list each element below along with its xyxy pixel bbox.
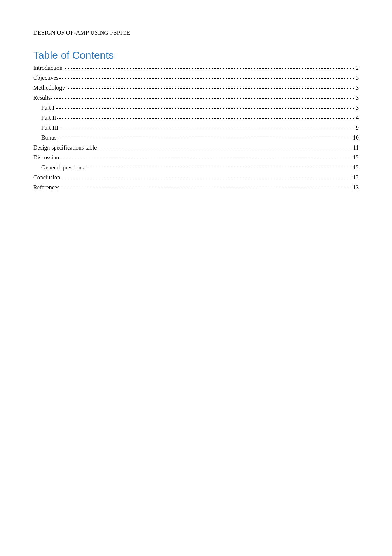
toc-dot-leader xyxy=(66,88,354,89)
toc-entry[interactable]: Discussion 12 xyxy=(33,155,359,161)
toc-entry[interactable]: General questions: 12 xyxy=(33,165,359,171)
toc-entry-page: 4 xyxy=(355,115,359,121)
toc-entry-page: 3 xyxy=(355,75,359,81)
toc-dot-leader xyxy=(97,148,351,148)
toc-entry-page: 12 xyxy=(352,165,359,171)
toc-entry-label: Objectives xyxy=(33,75,58,81)
toc-entry-label: General questions: xyxy=(41,165,86,171)
toc-entry-page: 10 xyxy=(352,135,359,141)
toc-heading: Table of Contents xyxy=(33,49,359,61)
toc-entry[interactable]: Conclusion 12 xyxy=(33,175,359,181)
toc-entry-page: 12 xyxy=(352,175,359,181)
toc-dot-leader xyxy=(59,78,354,79)
toc-entry-label: Part III xyxy=(41,125,58,131)
toc-entry[interactable]: Part II 4 xyxy=(33,115,359,121)
toc-entry-label: Part II xyxy=(41,115,56,121)
toc-dot-leader xyxy=(57,118,354,119)
toc-dot-leader xyxy=(60,188,351,188)
toc-entry-page: 3 xyxy=(355,85,359,91)
toc-entry-label: Discussion xyxy=(33,155,59,161)
toc-entry-label: Introduction xyxy=(33,65,62,71)
toc-dot-leader xyxy=(86,168,351,168)
toc-dot-leader xyxy=(60,158,351,158)
toc-entry-label: Design specifications table xyxy=(33,145,97,151)
toc-dot-leader xyxy=(57,138,351,138)
toc-entry-page: 9 xyxy=(355,125,359,131)
toc-entry[interactable]: References 13 xyxy=(33,185,359,191)
toc-entry[interactable]: Introduction 2 xyxy=(33,65,359,71)
toc-entry-label: Conclusion xyxy=(33,175,60,181)
toc-entry-page: 11 xyxy=(353,145,359,151)
toc-entry[interactable]: Methodology 3 xyxy=(33,85,359,91)
toc-entry[interactable]: Part I 3 xyxy=(33,105,359,111)
toc-dot-leader xyxy=(59,128,354,128)
toc-entry-label: References xyxy=(33,185,59,191)
toc-dot-leader xyxy=(55,108,354,109)
toc-entry-label: Bonus xyxy=(41,135,56,141)
toc-entry-page: 3 xyxy=(355,95,359,101)
toc-entry-page: 2 xyxy=(355,65,359,71)
toc-entry[interactable]: Part III 9 xyxy=(33,125,359,131)
toc-entry-page: 12 xyxy=(352,155,359,161)
toc-entry-label: Results xyxy=(33,95,51,101)
toc-dot-leader xyxy=(63,68,354,69)
toc-entry-label: Methodology xyxy=(33,85,65,91)
toc-dot-leader xyxy=(61,178,351,178)
toc-entry-label: Part I xyxy=(41,105,54,111)
toc-entry[interactable]: Design specifications table 11 xyxy=(33,145,359,151)
toc-entry-page: 3 xyxy=(355,105,359,111)
toc-entry[interactable]: Bonus 10 xyxy=(33,135,359,141)
toc-list: Introduction 2 Objectives 3 Methodology … xyxy=(33,65,359,191)
toc-dot-leader xyxy=(51,98,354,99)
toc-entry-page: 13 xyxy=(352,185,359,191)
toc-entry[interactable]: Results 3 xyxy=(33,95,359,101)
toc-entry[interactable]: Objectives 3 xyxy=(33,75,359,81)
page-header-title: DESIGN OF OP-AMP USING PSPICE xyxy=(33,30,359,36)
